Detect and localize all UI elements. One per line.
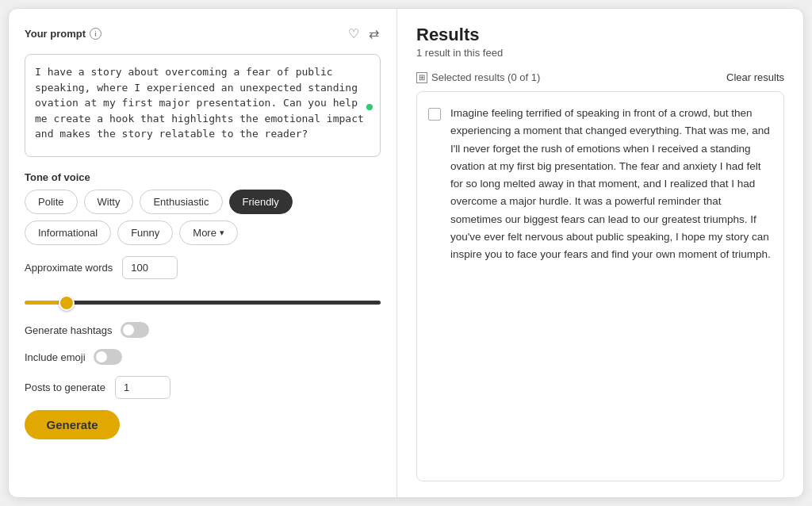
toggle-slider-emoji bbox=[94, 349, 122, 365]
selected-label-text: Selected results (0 of 1) bbox=[431, 71, 540, 83]
toggle-slider-hashtags bbox=[121, 322, 149, 338]
prompt-header: Your prompt i ♡ ⇄ bbox=[25, 25, 381, 43]
info-icon[interactable]: i bbox=[90, 28, 102, 40]
tone-buttons: Polite Witty Enthusiastic Friendly Infor… bbox=[25, 190, 381, 245]
clear-results-button[interactable]: Clear results bbox=[726, 71, 784, 83]
tone-funny[interactable]: Funny bbox=[117, 220, 173, 245]
tone-friendly[interactable]: Friendly bbox=[229, 190, 293, 214]
prompt-label: Your prompt i bbox=[25, 28, 102, 40]
selected-results: ⊞ Selected results (0 of 1) bbox=[416, 71, 540, 83]
prompt-icons: ♡ ⇄ bbox=[347, 25, 381, 43]
tone-enthusiastic[interactable]: Enthusiastic bbox=[140, 190, 222, 214]
result-checkbox[interactable] bbox=[428, 108, 441, 121]
dot-indicator bbox=[366, 104, 373, 110]
heart-button[interactable]: ♡ bbox=[347, 25, 361, 43]
words-slider[interactable] bbox=[25, 301, 381, 305]
include-emoji-row: Include emoji bbox=[25, 349, 381, 365]
results-title: Results bbox=[416, 25, 784, 45]
shuffle-button[interactable]: ⇄ bbox=[367, 25, 381, 43]
generate-hashtags-row: Generate hashtags bbox=[25, 322, 381, 338]
app-container: Your prompt i ♡ ⇄ Tone of voice Polite W… bbox=[8, 8, 804, 498]
include-emoji-toggle[interactable] bbox=[94, 349, 122, 365]
tone-label: Tone of voice bbox=[25, 171, 381, 183]
generate-button[interactable]: Generate bbox=[25, 410, 120, 439]
tone-section: Tone of voice Polite Witty Enthusiastic … bbox=[25, 171, 381, 245]
tone-witty[interactable]: Witty bbox=[84, 190, 134, 214]
tone-more[interactable]: More bbox=[179, 220, 238, 245]
posts-input[interactable] bbox=[115, 376, 170, 399]
generate-hashtags-toggle[interactable] bbox=[121, 322, 149, 338]
results-heading: Results 1 result in this feed bbox=[416, 25, 784, 59]
generate-hashtags-label: Generate hashtags bbox=[25, 324, 113, 336]
generate-btn-wrapper: Generate bbox=[25, 410, 381, 439]
posts-section: Posts to generate bbox=[25, 376, 381, 399]
results-subtitle: 1 result in this feed bbox=[416, 47, 784, 59]
approx-section: Approximate words bbox=[25, 256, 381, 279]
slider-section bbox=[25, 290, 381, 311]
posts-label: Posts to generate bbox=[25, 381, 105, 393]
expand-icon[interactable]: ⊞ bbox=[416, 72, 427, 83]
approx-label: Approximate words bbox=[25, 262, 113, 274]
left-panel: Your prompt i ♡ ⇄ Tone of voice Polite W… bbox=[9, 9, 397, 497]
approx-input[interactable] bbox=[122, 256, 178, 279]
result-card: Imagine feeling terrified of speaking in… bbox=[416, 91, 784, 481]
results-header-bar: ⊞ Selected results (0 of 1) Clear result… bbox=[416, 71, 784, 83]
tone-informational[interactable]: Informational bbox=[25, 220, 111, 245]
result-text: Imagine feeling terrified of speaking in… bbox=[450, 105, 771, 263]
right-panel: Results 1 result in this feed ⊞ Selected… bbox=[397, 9, 803, 497]
tone-polite[interactable]: Polite bbox=[25, 190, 78, 214]
prompt-label-text: Your prompt bbox=[25, 28, 86, 40]
include-emoji-label: Include emoji bbox=[25, 351, 86, 363]
prompt-textarea-wrapper bbox=[25, 54, 381, 160]
prompt-textarea[interactable] bbox=[25, 54, 381, 157]
